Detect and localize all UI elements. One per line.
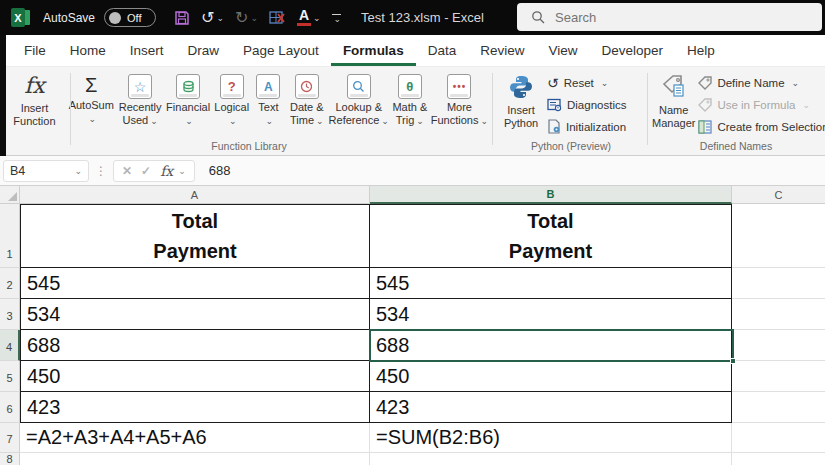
title-bar: X AutoSave Off ↺ ⌄ ↻ ⌄ — [0, 0, 825, 35]
logical-button[interactable]: ? Logical ⌄ — [212, 67, 252, 139]
insert-function-button[interactable]: fx Insert Function — [10, 67, 59, 139]
cell-A5[interactable]: 450 — [20, 361, 370, 392]
cell-C1[interactable] — [732, 204, 825, 268]
use-in-formula-icon — [698, 98, 712, 112]
drag-handle-icon[interactable]: ⋮ — [95, 164, 107, 178]
chevron-down-icon[interactable]: ⌄ — [601, 78, 609, 88]
formula-input[interactable]: 688 — [209, 163, 231, 178]
row-header-5[interactable]: 5 — [0, 361, 20, 392]
chevron-down-icon[interactable]: ⌄ — [74, 166, 82, 176]
chevron-down-icon[interactable]: ⌄ — [792, 78, 800, 88]
tab-home[interactable]: Home — [58, 36, 118, 66]
row-header-2[interactable]: 2 — [0, 268, 20, 299]
select-all-button[interactable] — [0, 186, 20, 204]
cell-B1[interactable]: TotalPayment — [370, 204, 732, 268]
create-from-selection-button[interactable]: Create from Selection — [695, 117, 825, 136]
cell-C7[interactable] — [732, 423, 825, 453]
cell-A8[interactable] — [20, 453, 370, 465]
row-header-3[interactable]: 3 — [0, 299, 20, 330]
recently-used-button[interactable]: ☆ Recently Used⌄ — [116, 67, 165, 139]
column-header-a[interactable]: A — [20, 186, 370, 204]
tab-file[interactable]: File — [12, 36, 58, 66]
cell-A6[interactable]: 423 — [20, 392, 370, 423]
redo-button[interactable]: ↻ ⌄ — [231, 8, 262, 28]
math-trig-button[interactable]: θ Math & Trig⌄ — [389, 67, 431, 139]
cell-C8[interactable] — [732, 453, 825, 465]
font-color-button[interactable]: A ⌄ — [293, 7, 325, 28]
chevron-down-icon[interactable]: ⌄ — [313, 15, 321, 21]
name-box[interactable]: B4 ⌄ — [3, 160, 89, 182]
row-header-7[interactable]: 7 — [0, 423, 20, 453]
insert-python-button[interactable]: Insert Python — [498, 67, 544, 139]
search-box[interactable] — [517, 3, 822, 31]
initialization-button[interactable]: Initialization — [544, 117, 629, 136]
reset-icon: ↺ — [547, 76, 559, 90]
spreadsheet: A B C 1 TotalPayment TotalPayment 2 545 … — [0, 186, 825, 465]
tab-draw[interactable]: Draw — [176, 36, 232, 66]
define-name-button[interactable]: Define Name ⌄ — [695, 73, 825, 92]
cell-B6[interactable]: 423 — [370, 392, 732, 423]
cell-A7[interactable]: =A2+A3+A4+A5+A6 — [20, 423, 370, 453]
financial-icon — [176, 74, 200, 99]
insert-function-icon[interactable]: fx — [160, 163, 173, 179]
column-headers: A B C — [0, 186, 825, 204]
row-header-4[interactable]: 4 — [0, 330, 20, 361]
cell-A3[interactable]: 534 — [20, 299, 370, 330]
search-input[interactable] — [555, 10, 775, 25]
cell-C2[interactable] — [732, 268, 825, 299]
cell-A4[interactable]: 688 — [20, 330, 370, 361]
tab-developer[interactable]: Developer — [589, 36, 675, 66]
row-header-1[interactable]: 1 — [0, 204, 20, 268]
tab-page-layout[interactable]: Page Layout — [231, 36, 331, 66]
diagnostics-button[interactable]: Diagnostics — [544, 95, 629, 114]
chevron-down-icon: ⌄ — [266, 116, 274, 126]
reset-button[interactable]: ↺ Reset ⌄ — [544, 73, 629, 92]
cell-B4-selected[interactable]: 688 — [370, 330, 732, 361]
chevron-down-icon[interactable]: ⌄ — [216, 15, 224, 21]
text-icon: A — [256, 74, 280, 99]
name-manager-button[interactable]: Name Manager — [652, 67, 695, 139]
lookup-reference-button[interactable]: Lookup & Reference⌄ — [329, 67, 389, 139]
customize-qat-button[interactable]: ⌄ — [328, 12, 346, 24]
cell-B8[interactable] — [370, 453, 732, 465]
cell-B7[interactable]: =SUM(B2:B6) — [370, 423, 732, 453]
more-functions-button[interactable]: ••• More Functions⌄ — [431, 67, 488, 139]
column-header-b[interactable]: B — [370, 186, 732, 204]
cell-B3[interactable]: 534 — [370, 299, 732, 330]
date-time-icon — [295, 74, 319, 99]
tab-help[interactable]: Help — [675, 36, 727, 66]
tab-view[interactable]: View — [536, 36, 589, 66]
date-time-button[interactable]: Date & Time⌄ — [285, 67, 329, 139]
row-header-8[interactable]: 8 — [0, 453, 20, 465]
cell-C5[interactable] — [732, 361, 825, 392]
autosave-toggle[interactable]: Off — [104, 8, 156, 27]
enter-icon[interactable]: ✓ — [141, 164, 151, 178]
column-header-c[interactable]: C — [732, 186, 825, 204]
tab-data[interactable]: Data — [416, 36, 469, 66]
cell-C3[interactable] — [732, 299, 825, 330]
financial-button[interactable]: Financial ⌄ — [165, 67, 212, 139]
cell-C6[interactable] — [732, 392, 825, 423]
delete-cells-button[interactable] — [265, 9, 290, 27]
autosave-label: AutoSave — [43, 11, 95, 25]
logical-icon: ? — [220, 74, 244, 99]
cell-A2[interactable]: 545 — [20, 268, 370, 299]
undo-icon: ↺ — [201, 10, 214, 26]
cell-B2[interactable]: 545 — [370, 268, 732, 299]
toggle-knob — [109, 12, 121, 24]
tab-insert[interactable]: Insert — [118, 36, 176, 66]
chevron-down-icon[interactable]: ⌄ — [178, 166, 186, 176]
cell-B5[interactable]: 450 — [370, 361, 732, 392]
cancel-icon[interactable]: ✕ — [122, 164, 132, 178]
tab-formulas[interactable]: Formulas — [331, 36, 416, 66]
undo-button[interactable]: ↺ ⌄ — [197, 8, 228, 28]
text-button[interactable]: A Text ⌄ — [252, 67, 285, 139]
row-header-6[interactable]: 6 — [0, 392, 20, 423]
tab-review[interactable]: Review — [468, 36, 536, 66]
active-cell-reference: B4 — [10, 164, 25, 178]
save-button[interactable] — [170, 8, 194, 28]
cell-A1[interactable]: TotalPayment — [20, 204, 370, 268]
chevron-down-icon: ⌄ — [316, 116, 324, 126]
autosum-button[interactable]: Σ AutoSum ⌄ — [67, 67, 116, 139]
cell-C4[interactable] — [732, 330, 825, 361]
